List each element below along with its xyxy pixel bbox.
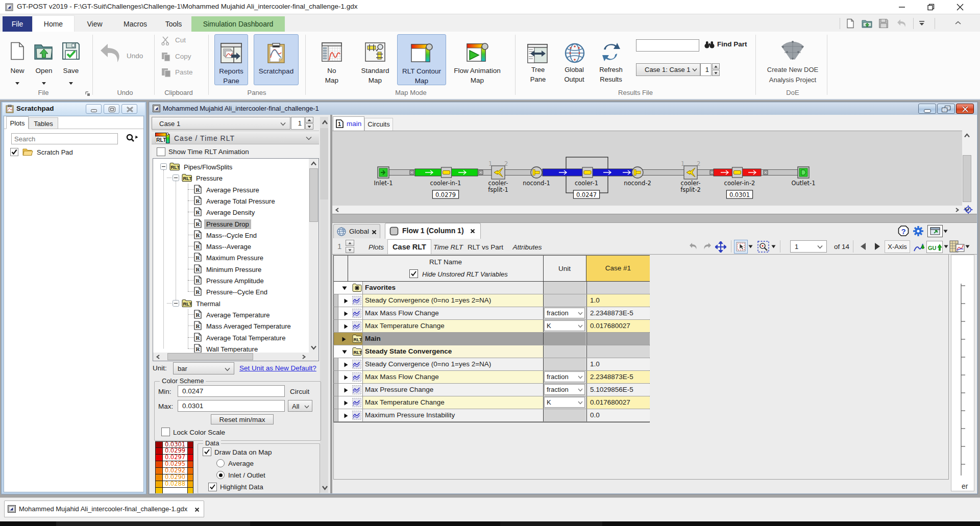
row-expander-icon[interactable]: [344, 324, 348, 329]
lock-color-scale-checkbox[interactable]: [161, 428, 170, 436]
row-expander-icon[interactable]: [344, 362, 348, 367]
case-number-input[interactable]: 1: [291, 117, 305, 130]
rlt-mode-selector[interactable]: RLT Case / Time RLT: [152, 131, 319, 144]
cut-button[interactable]: Cut: [161, 35, 202, 48]
scratchpad-tab-tables[interactable]: Tables: [29, 117, 58, 129]
horizontal-splitter[interactable]: [332, 214, 977, 223]
diagram-node-fsplit2[interactable]: 12cooler-fsplit-2: [680, 160, 701, 193]
ribbon-case-selector[interactable]: Case 1: Case 1: [636, 63, 700, 76]
highlight-data-checkbox[interactable]: [208, 483, 217, 491]
tree-item-label[interactable]: Mass--Cycle End: [204, 231, 259, 240]
undo-button[interactable]: Undo: [97, 38, 151, 79]
diagram-compass-icon[interactable]: [964, 205, 973, 214]
unit-selector[interactable]: bar: [173, 362, 234, 374]
inlet-outlet-radio[interactable]: [216, 471, 225, 479]
unit-dropdown[interactable]: K: [544, 397, 585, 408]
table-row[interactable]: Steady Convergence (0=no 1=yes 2=NA)1.0: [333, 294, 650, 307]
circuit-selector[interactable]: All: [288, 400, 312, 412]
row-value[interactable]: 0.017680027: [586, 396, 650, 409]
tree-item-label[interactable]: Average Density: [204, 208, 257, 217]
scroll-right-icon[interactable]: [955, 208, 960, 212]
average-radio[interactable]: [216, 459, 225, 467]
diagram-node-cooler-in-2[interactable]: cooler-in-20.0301: [710, 167, 768, 198]
tree-item-label[interactable]: Pressure--Cycle End: [204, 287, 270, 297]
table-plot-button[interactable]: [949, 240, 964, 253]
pan-icon[interactable]: [715, 241, 726, 253]
new-button[interactable]: New: [6, 34, 29, 85]
scratchpad-tab-plots[interactable]: Plots: [6, 116, 29, 129]
scroll-left-icon[interactable]: [335, 208, 339, 212]
row-value[interactable]: 1.0: [586, 358, 650, 370]
gu-caret[interactable]: [944, 245, 948, 248]
row-value[interactable]: 1.0: [586, 294, 650, 307]
standard-map-button[interactable]: Standard Map: [354, 34, 396, 85]
draw-data-checkbox[interactable]: [203, 447, 211, 456]
tree-item-label[interactable]: Mass--Average: [204, 242, 253, 252]
document-close-button[interactable]: [956, 104, 974, 114]
tree-item-label[interactable]: Average Total Temperature: [204, 333, 287, 343]
zoom-mode-button[interactable]: [756, 240, 770, 254]
case-selector[interactable]: Case 1: [152, 117, 290, 130]
table-row[interactable]: Maximum Pressure Instability0.0: [333, 409, 650, 422]
ribbon-case-number[interactable]: 1: [700, 63, 712, 76]
scroll-up-icon[interactable]: [964, 133, 970, 138]
row-value[interactable]: 5.1029856E-5: [586, 384, 650, 396]
qat-save-icon[interactable]: [878, 18, 889, 29]
file-tab[interactable]: Mohammed Mujahid Ali_intercooler-final_c…: [4, 500, 204, 517]
diagram-node-cooler-in-1[interactable]: cooler-in-10.0279: [410, 167, 483, 198]
tree-item-label[interactable]: Thermal: [194, 299, 223, 309]
tree-expander-icon[interactable]: [173, 300, 179, 307]
row-expander-icon[interactable]: [342, 350, 347, 354]
document-titlebar[interactable]: Mohammed Mujahid Ali_intercooler-final_c…: [150, 103, 977, 115]
no-map-button[interactable]: No Map: [315, 34, 348, 85]
scratchpad-button[interactable]: Scratchpad: [254, 34, 299, 85]
min-input[interactable]: 0.0247: [178, 385, 285, 397]
tab-macros[interactable]: Macros: [115, 16, 156, 32]
page-tab-time-rlt[interactable]: Time RLT: [432, 240, 464, 254]
reports-pane-button[interactable]: Reports Pane: [214, 34, 248, 85]
scrollbar-thumb[interactable]: [963, 155, 971, 202]
tab-simulation-dashboard[interactable]: Simulation Dashboard: [191, 16, 285, 32]
tab-home[interactable]: Home: [32, 15, 75, 32]
rlt-contour-map-button[interactable]: RLT Contour Map: [397, 34, 446, 85]
help-icon[interactable]: ?: [897, 225, 910, 237]
tree-item-label[interactable]: Minimum Pressure: [204, 265, 263, 274]
save-dropdown-caret[interactable]: [69, 82, 73, 85]
scroll-down-icon[interactable]: [322, 485, 328, 490]
row-expander-icon[interactable]: [344, 400, 348, 406]
redo-arrow-icon[interactable]: [701, 242, 713, 251]
scroll-down-icon[interactable]: [310, 345, 317, 350]
unit-dropdown[interactable]: K: [544, 320, 585, 331]
max-input[interactable]: 0.0301: [178, 400, 285, 412]
find-part-input[interactable]: [636, 39, 699, 52]
unit-dropdown[interactable]: fraction: [544, 371, 585, 382]
search-icon[interactable]: [125, 133, 138, 143]
tree-vscrollbar[interactable]: [309, 159, 318, 353]
gu-button[interactable]: GU: [926, 241, 943, 253]
panel-scrollbar[interactable]: [320, 117, 328, 493]
scratchpad-search-input[interactable]: [11, 133, 118, 144]
show-animation-checkbox[interactable]: [157, 147, 165, 156]
diagram-node-cooler-1[interactable]: cooler-10.0247: [543, 157, 632, 198]
scroll-right-icon[interactable]: [302, 355, 306, 359]
minimize-button[interactable]: [894, 4, 910, 11]
set-unit-default-link[interactable]: Set Unit as New Default?: [239, 364, 316, 372]
tab-view[interactable]: View: [75, 16, 115, 32]
tree-expander-icon[interactable]: [160, 163, 167, 170]
row-expander-icon[interactable]: [342, 337, 346, 342]
page-tab-case-rlt[interactable]: Case RLT: [387, 239, 431, 254]
row-value[interactable]: [586, 345, 650, 358]
table-row[interactable]: Steady Convergence (0=no 1=yes 2=NA)1.0: [333, 358, 650, 371]
unit-dropdown[interactable]: fraction: [544, 308, 585, 318]
page-tab-plots[interactable]: Plots: [365, 240, 387, 254]
tree-item-label[interactable]: Pipes/FlowSplits: [182, 162, 234, 172]
case-page-selector[interactable]: 1: [790, 240, 827, 253]
tree-item-label[interactable]: Pressure Amplitude: [204, 276, 266, 286]
scrollbar-thumb[interactable]: [167, 353, 253, 360]
next-case-icon[interactable]: [874, 242, 881, 251]
scratchpad-close-button[interactable]: [121, 104, 137, 114]
paste-button[interactable]: Paste: [161, 66, 202, 80]
table-row[interactable]: Max Mass Flow Change fraction 2.2348873E…: [333, 371, 650, 384]
settings-gear-icon[interactable]: [912, 225, 924, 237]
qat-undo-icon[interactable]: [895, 18, 909, 29]
